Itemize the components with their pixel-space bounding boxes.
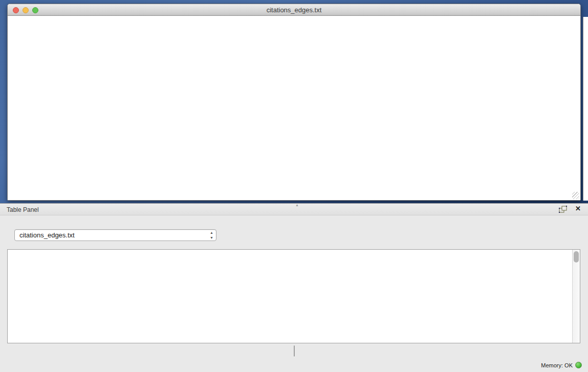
- node-table: [7, 249, 580, 343]
- window-title: citations_edges.txt: [8, 6, 580, 14]
- background-window-sliver[interactable]: [583, 17, 588, 201]
- window-resize-grip[interactable]: [572, 192, 579, 199]
- split-pane-grip[interactable]: ▲: [294, 204, 300, 206]
- table-scrollbar[interactable]: [572, 250, 580, 343]
- node-table-grid: [8, 250, 572, 343]
- table-panel-header[interactable]: ▲ Table Panel ✕: [0, 204, 588, 215]
- table-selector-dropdown[interactable]: citations_edges.txt ▲▼: [14, 229, 216, 241]
- table-panel: ▲ Table Panel ✕ citations_edges.txt ▲▼: [0, 203, 588, 372]
- memory-status-indicator-icon[interactable]: [575, 362, 582, 368]
- network-view-window[interactable]: citations_edges.txt: [7, 4, 581, 201]
- table-selector-value: citations_edges.txt: [19, 231, 75, 239]
- network-graph: [8, 16, 580, 201]
- memory-status-label: Memory: OK: [541, 362, 573, 368]
- close-panel-icon[interactable]: ✕: [575, 205, 581, 212]
- status-bar: Memory: OK: [0, 358, 588, 372]
- float-panel-icon[interactable]: [558, 205, 568, 213]
- table-panel-title: Table Panel: [7, 206, 39, 213]
- cytoscape-app: citations_edges.txt ▲ Table Panel ✕: [0, 0, 588, 372]
- dropdown-arrows-icon: ▲▼: [210, 230, 213, 240]
- table-tab-bar: [0, 345, 588, 357]
- window-titlebar[interactable]: citations_edges.txt: [8, 4, 580, 16]
- desktop-background: citations_edges.txt: [0, 0, 588, 203]
- table-toolbar: citations_edges.txt ▲▼: [7, 226, 216, 244]
- table-scrollbar-thumb[interactable]: [574, 251, 579, 262]
- network-canvas[interactable]: [8, 16, 580, 201]
